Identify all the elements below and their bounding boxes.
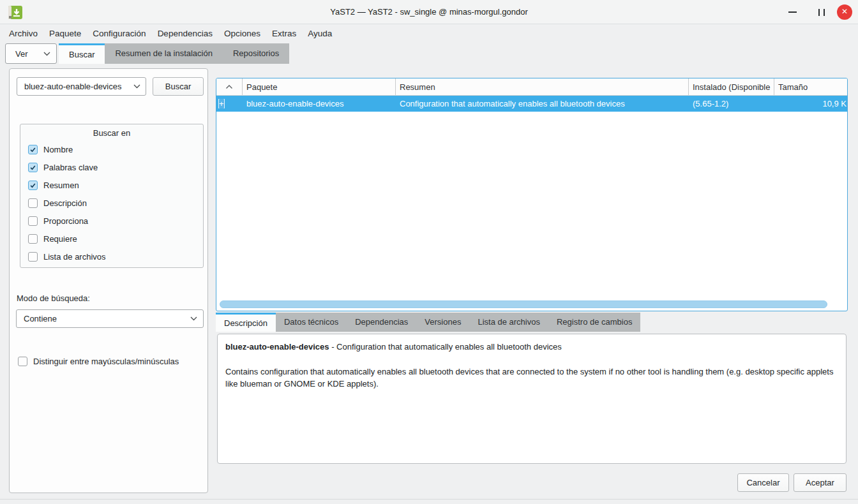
search-button[interactable]: Buscar bbox=[153, 77, 204, 96]
checkbox-row-proporciona[interactable]: Proporciona bbox=[28, 216, 88, 226]
checkbox-row-requiere[interactable]: Requiere bbox=[28, 233, 77, 244]
column-header-tamano[interactable]: Tamaño bbox=[774, 78, 847, 95]
column-header-paquete[interactable]: Paquete bbox=[243, 78, 396, 95]
search-term-combobox[interactable]: bluez-auto-enable-devices bbox=[17, 77, 146, 96]
case-sensitive-row[interactable]: Distinguir entre mayúsculas/minúsculas bbox=[18, 356, 179, 366]
search-mode-dropdown[interactable]: Contiene bbox=[16, 309, 204, 328]
checkbox-resumen[interactable] bbox=[28, 181, 38, 190]
search-in-title: Buscar en bbox=[20, 124, 203, 138]
search-panel: bluez-auto-enable-devices Buscar Buscar … bbox=[9, 68, 208, 493]
tab-lista-archivos[interactable]: Lista de archivos bbox=[469, 313, 548, 332]
cancel-button[interactable]: Cancelar bbox=[737, 473, 789, 492]
checkbox-row-palabras-clave[interactable]: Palabras clave bbox=[28, 162, 98, 172]
tab-registro-cambios[interactable]: Registro de cambios bbox=[548, 313, 641, 332]
menu-dependencias[interactable]: Dependencias bbox=[152, 26, 218, 41]
search-mode-value: Contiene bbox=[24, 314, 57, 323]
checkbox-label: Resumen bbox=[43, 181, 79, 190]
search-term-value: bluez-auto-enable-devices bbox=[24, 82, 121, 91]
menu-archivo[interactable]: Archivo bbox=[3, 26, 43, 41]
menu-configuracion[interactable]: Configuración bbox=[87, 26, 151, 41]
view-bar: Ver Buscar Resumen de la instalación Rep… bbox=[0, 43, 858, 64]
close-icon[interactable]: ✕ bbox=[837, 4, 852, 20]
checkbox-row-lista-archivos[interactable]: Lista de archivos bbox=[28, 251, 106, 262]
checkbox-nombre[interactable] bbox=[28, 145, 38, 154]
checkbox-row-descripcion[interactable]: Descripción bbox=[28, 198, 87, 208]
view-dropdown-label: Ver bbox=[15, 49, 28, 59]
results-table: Paquete Resumen Instalado (Disponible Ta… bbox=[216, 78, 848, 311]
status-column-header[interactable] bbox=[216, 78, 243, 95]
checkbox-descripcion[interactable] bbox=[28, 198, 38, 208]
description-package-name: bluez-auto-enable-devices bbox=[225, 342, 329, 352]
maximize-icon[interactable] bbox=[818, 9, 825, 16]
checkbox-label: Requiere bbox=[43, 234, 77, 244]
chevron-down-icon bbox=[133, 84, 140, 89]
installed-cell: (5.65-1.2) bbox=[689, 99, 774, 108]
chevron-down-icon bbox=[43, 52, 50, 56]
menu-extras[interactable]: Extras bbox=[266, 26, 302, 41]
table-header: Paquete Resumen Instalado (Disponible Ta… bbox=[216, 78, 847, 96]
search-in-groupbox: Buscar en Nombre Palabras clave Resumen … bbox=[20, 124, 204, 268]
checkbox-row-nombre[interactable]: Nombre bbox=[28, 144, 73, 154]
checkbox-requiere[interactable] bbox=[28, 234, 38, 244]
window-title: YaST2 — YaST2 - sw_single @ minas-morgul… bbox=[0, 0, 858, 24]
checkbox-label: Descripción bbox=[43, 198, 87, 208]
view-dropdown[interactable]: Ver bbox=[5, 43, 57, 64]
column-header-resumen[interactable]: Resumen bbox=[396, 78, 689, 95]
tab-buscar[interactable]: Buscar bbox=[59, 43, 105, 64]
column-header-instalado[interactable]: Instalado (Disponible bbox=[689, 78, 774, 95]
tab-versiones[interactable]: Versiones bbox=[416, 313, 469, 332]
detail-tabstrip: Descripción Datos técnicos Dependencias … bbox=[216, 313, 640, 332]
summary-cell: Configuration that automatically enables… bbox=[396, 99, 689, 108]
checkbox-label: Distinguir entre mayúsculas/minúsculas bbox=[33, 357, 179, 366]
horizontal-scrollbar[interactable] bbox=[220, 300, 827, 308]
search-mode-label: Modo de búsqueda: bbox=[17, 293, 90, 303]
tab-resumen-instalacion[interactable]: Resumen de la instalación bbox=[105, 43, 222, 64]
checkbox-palabras-clave[interactable] bbox=[28, 163, 38, 172]
size-cell: 10,9 K bbox=[774, 99, 847, 108]
chevron-down-icon bbox=[190, 316, 197, 321]
checkbox-lista-archivos[interactable] bbox=[28, 252, 38, 262]
tab-dependencias[interactable]: Dependencias bbox=[347, 313, 416, 332]
checkbox-case-sensitive[interactable] bbox=[18, 357, 27, 366]
plus-icon[interactable]: + bbox=[218, 99, 225, 108]
description-body: Contains configuration that automaticall… bbox=[225, 366, 838, 390]
package-cell: bluez-auto-enable-devices bbox=[243, 99, 396, 108]
titlebar: YaST2 — YaST2 - sw_single @ minas-morgul… bbox=[0, 0, 858, 24]
tab-repositorios[interactable]: Repositorios bbox=[223, 43, 289, 64]
menu-ayuda[interactable]: Ayuda bbox=[302, 26, 338, 41]
menu-paquete[interactable]: Paquete bbox=[43, 26, 87, 41]
bottom-divider bbox=[0, 499, 858, 500]
main-tabstrip: Buscar Resumen de la instalación Reposit… bbox=[59, 43, 289, 64]
accept-button[interactable]: Aceptar bbox=[794, 473, 847, 492]
checkbox-row-resumen[interactable]: Resumen bbox=[28, 180, 79, 190]
checkbox-label: Proporciona bbox=[43, 216, 88, 226]
checkbox-label: Lista de archivos bbox=[43, 252, 106, 262]
chevron-up-icon bbox=[225, 84, 233, 89]
checkbox-proporciona[interactable] bbox=[28, 216, 38, 226]
minimize-icon[interactable] bbox=[788, 11, 797, 13]
description-panel: bluez-auto-enable-devices - Configuratio… bbox=[217, 334, 847, 464]
checkbox-label: Nombre bbox=[43, 145, 73, 154]
tab-descripcion[interactable]: Descripción bbox=[216, 313, 276, 332]
table-row-selected[interactable]: + bluez-auto-enable-devices Configuratio… bbox=[216, 96, 847, 112]
menu-opciones[interactable]: Opciones bbox=[218, 26, 266, 41]
menubar: Archivo Paquete Configuración Dependenci… bbox=[0, 25, 858, 41]
description-heading: bluez-auto-enable-devices - Configuratio… bbox=[225, 341, 838, 353]
checkbox-label: Palabras clave bbox=[43, 163, 98, 172]
status-cell: + bbox=[216, 99, 243, 108]
description-summary: - Configuration that automatically enabl… bbox=[329, 342, 562, 352]
tab-datos-tecnicos[interactable]: Datos técnicos bbox=[276, 313, 347, 332]
